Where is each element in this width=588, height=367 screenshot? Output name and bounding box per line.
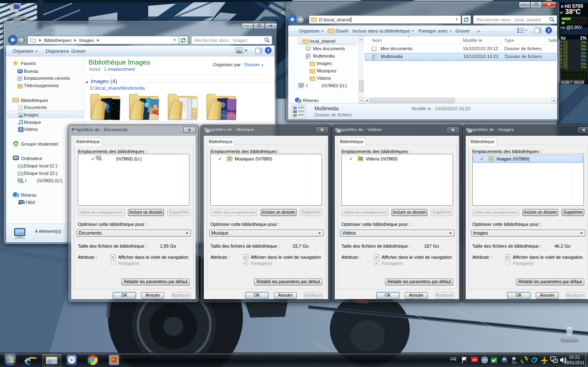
svg-text:?: ? <box>267 48 270 53</box>
svg-text:ATI: ATI <box>473 358 477 361</box>
svg-text:?: ? <box>547 28 550 33</box>
